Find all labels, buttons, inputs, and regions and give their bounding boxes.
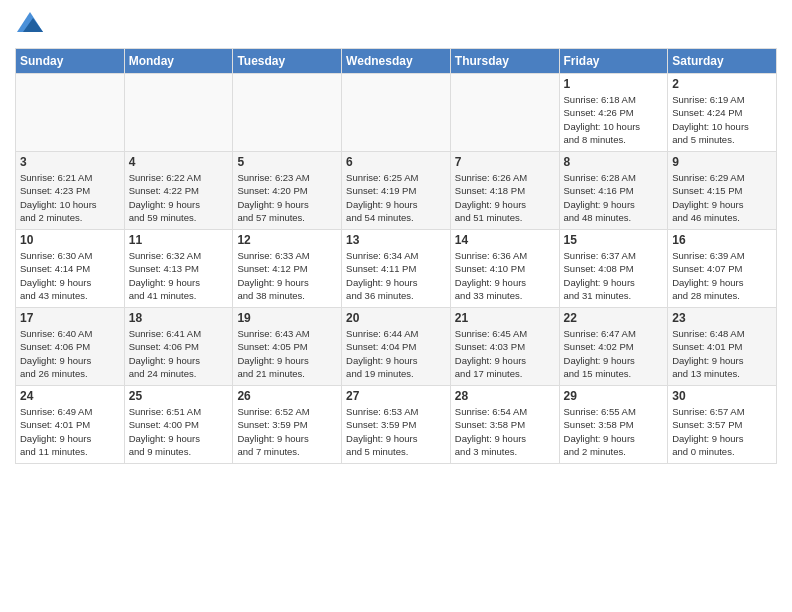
calendar-cell: 22Sunrise: 6:47 AMSunset: 4:02 PMDayligh… xyxy=(559,308,668,386)
day-info: Sunrise: 6:28 AMSunset: 4:16 PMDaylight:… xyxy=(564,171,664,224)
day-info: Sunrise: 6:32 AMSunset: 4:13 PMDaylight:… xyxy=(129,249,229,302)
page-container: SundayMondayTuesdayWednesdayThursdayFrid… xyxy=(0,0,792,612)
calendar-cell xyxy=(342,74,451,152)
day-info: Sunrise: 6:39 AMSunset: 4:07 PMDaylight:… xyxy=(672,249,772,302)
week-row-2: 3Sunrise: 6:21 AMSunset: 4:23 PMDaylight… xyxy=(16,152,777,230)
day-number: 15 xyxy=(564,233,664,247)
calendar-cell: 2Sunrise: 6:19 AMSunset: 4:24 PMDaylight… xyxy=(668,74,777,152)
calendar-cell: 16Sunrise: 6:39 AMSunset: 4:07 PMDayligh… xyxy=(668,230,777,308)
weekday-header-thursday: Thursday xyxy=(450,49,559,74)
day-number: 20 xyxy=(346,311,446,325)
day-info: Sunrise: 6:49 AMSunset: 4:01 PMDaylight:… xyxy=(20,405,120,458)
weekday-header-sunday: Sunday xyxy=(16,49,125,74)
calendar-cell: 19Sunrise: 6:43 AMSunset: 4:05 PMDayligh… xyxy=(233,308,342,386)
day-info: Sunrise: 6:34 AMSunset: 4:11 PMDaylight:… xyxy=(346,249,446,302)
day-info: Sunrise: 6:51 AMSunset: 4:00 PMDaylight:… xyxy=(129,405,229,458)
day-info: Sunrise: 6:57 AMSunset: 3:57 PMDaylight:… xyxy=(672,405,772,458)
day-info: Sunrise: 6:23 AMSunset: 4:20 PMDaylight:… xyxy=(237,171,337,224)
day-info: Sunrise: 6:37 AMSunset: 4:08 PMDaylight:… xyxy=(564,249,664,302)
day-number: 1 xyxy=(564,77,664,91)
day-info: Sunrise: 6:30 AMSunset: 4:14 PMDaylight:… xyxy=(20,249,120,302)
weekday-header-row: SundayMondayTuesdayWednesdayThursdayFrid… xyxy=(16,49,777,74)
weekday-header-wednesday: Wednesday xyxy=(342,49,451,74)
logo xyxy=(15,10,49,40)
calendar-cell: 24Sunrise: 6:49 AMSunset: 4:01 PMDayligh… xyxy=(16,386,125,464)
calendar-cell: 8Sunrise: 6:28 AMSunset: 4:16 PMDaylight… xyxy=(559,152,668,230)
day-number: 23 xyxy=(672,311,772,325)
week-row-4: 17Sunrise: 6:40 AMSunset: 4:06 PMDayligh… xyxy=(16,308,777,386)
calendar-cell: 10Sunrise: 6:30 AMSunset: 4:14 PMDayligh… xyxy=(16,230,125,308)
day-info: Sunrise: 6:45 AMSunset: 4:03 PMDaylight:… xyxy=(455,327,555,380)
day-info: Sunrise: 6:40 AMSunset: 4:06 PMDaylight:… xyxy=(20,327,120,380)
calendar-cell: 21Sunrise: 6:45 AMSunset: 4:03 PMDayligh… xyxy=(450,308,559,386)
day-number: 3 xyxy=(20,155,120,169)
day-info: Sunrise: 6:44 AMSunset: 4:04 PMDaylight:… xyxy=(346,327,446,380)
calendar-cell: 30Sunrise: 6:57 AMSunset: 3:57 PMDayligh… xyxy=(668,386,777,464)
day-number: 2 xyxy=(672,77,772,91)
day-number: 30 xyxy=(672,389,772,403)
day-number: 28 xyxy=(455,389,555,403)
day-number: 6 xyxy=(346,155,446,169)
weekday-header-friday: Friday xyxy=(559,49,668,74)
day-info: Sunrise: 6:54 AMSunset: 3:58 PMDaylight:… xyxy=(455,405,555,458)
day-number: 19 xyxy=(237,311,337,325)
calendar-cell: 25Sunrise: 6:51 AMSunset: 4:00 PMDayligh… xyxy=(124,386,233,464)
day-number: 13 xyxy=(346,233,446,247)
day-info: Sunrise: 6:55 AMSunset: 3:58 PMDaylight:… xyxy=(564,405,664,458)
calendar-cell: 28Sunrise: 6:54 AMSunset: 3:58 PMDayligh… xyxy=(450,386,559,464)
calendar-cell: 20Sunrise: 6:44 AMSunset: 4:04 PMDayligh… xyxy=(342,308,451,386)
week-row-3: 10Sunrise: 6:30 AMSunset: 4:14 PMDayligh… xyxy=(16,230,777,308)
day-info: Sunrise: 6:48 AMSunset: 4:01 PMDaylight:… xyxy=(672,327,772,380)
week-row-1: 1Sunrise: 6:18 AMSunset: 4:26 PMDaylight… xyxy=(16,74,777,152)
calendar-cell xyxy=(16,74,125,152)
day-info: Sunrise: 6:33 AMSunset: 4:12 PMDaylight:… xyxy=(237,249,337,302)
day-number: 21 xyxy=(455,311,555,325)
calendar-cell: 23Sunrise: 6:48 AMSunset: 4:01 PMDayligh… xyxy=(668,308,777,386)
day-number: 8 xyxy=(564,155,664,169)
day-number: 7 xyxy=(455,155,555,169)
calendar-cell: 9Sunrise: 6:29 AMSunset: 4:15 PMDaylight… xyxy=(668,152,777,230)
header xyxy=(15,10,777,40)
day-number: 9 xyxy=(672,155,772,169)
calendar-cell: 1Sunrise: 6:18 AMSunset: 4:26 PMDaylight… xyxy=(559,74,668,152)
day-number: 4 xyxy=(129,155,229,169)
calendar-table: SundayMondayTuesdayWednesdayThursdayFrid… xyxy=(15,48,777,464)
day-info: Sunrise: 6:29 AMSunset: 4:15 PMDaylight:… xyxy=(672,171,772,224)
calendar-cell: 14Sunrise: 6:36 AMSunset: 4:10 PMDayligh… xyxy=(450,230,559,308)
day-info: Sunrise: 6:41 AMSunset: 4:06 PMDaylight:… xyxy=(129,327,229,380)
calendar-cell: 4Sunrise: 6:22 AMSunset: 4:22 PMDaylight… xyxy=(124,152,233,230)
day-number: 17 xyxy=(20,311,120,325)
day-number: 27 xyxy=(346,389,446,403)
calendar-cell xyxy=(124,74,233,152)
day-info: Sunrise: 6:47 AMSunset: 4:02 PMDaylight:… xyxy=(564,327,664,380)
week-row-5: 24Sunrise: 6:49 AMSunset: 4:01 PMDayligh… xyxy=(16,386,777,464)
calendar-cell: 3Sunrise: 6:21 AMSunset: 4:23 PMDaylight… xyxy=(16,152,125,230)
day-info: Sunrise: 6:52 AMSunset: 3:59 PMDaylight:… xyxy=(237,405,337,458)
day-info: Sunrise: 6:19 AMSunset: 4:24 PMDaylight:… xyxy=(672,93,772,146)
weekday-header-tuesday: Tuesday xyxy=(233,49,342,74)
day-info: Sunrise: 6:36 AMSunset: 4:10 PMDaylight:… xyxy=(455,249,555,302)
calendar-cell: 5Sunrise: 6:23 AMSunset: 4:20 PMDaylight… xyxy=(233,152,342,230)
logo-icon xyxy=(15,10,45,40)
calendar-cell: 6Sunrise: 6:25 AMSunset: 4:19 PMDaylight… xyxy=(342,152,451,230)
day-info: Sunrise: 6:26 AMSunset: 4:18 PMDaylight:… xyxy=(455,171,555,224)
day-number: 12 xyxy=(237,233,337,247)
day-number: 18 xyxy=(129,311,229,325)
calendar-cell: 12Sunrise: 6:33 AMSunset: 4:12 PMDayligh… xyxy=(233,230,342,308)
day-number: 24 xyxy=(20,389,120,403)
calendar-cell: 13Sunrise: 6:34 AMSunset: 4:11 PMDayligh… xyxy=(342,230,451,308)
day-info: Sunrise: 6:21 AMSunset: 4:23 PMDaylight:… xyxy=(20,171,120,224)
day-number: 14 xyxy=(455,233,555,247)
calendar-cell: 29Sunrise: 6:55 AMSunset: 3:58 PMDayligh… xyxy=(559,386,668,464)
day-number: 5 xyxy=(237,155,337,169)
calendar-cell: 11Sunrise: 6:32 AMSunset: 4:13 PMDayligh… xyxy=(124,230,233,308)
calendar-cell: 26Sunrise: 6:52 AMSunset: 3:59 PMDayligh… xyxy=(233,386,342,464)
weekday-header-monday: Monday xyxy=(124,49,233,74)
day-number: 25 xyxy=(129,389,229,403)
day-number: 10 xyxy=(20,233,120,247)
day-number: 11 xyxy=(129,233,229,247)
day-number: 26 xyxy=(237,389,337,403)
calendar-cell xyxy=(233,74,342,152)
day-number: 16 xyxy=(672,233,772,247)
day-info: Sunrise: 6:43 AMSunset: 4:05 PMDaylight:… xyxy=(237,327,337,380)
